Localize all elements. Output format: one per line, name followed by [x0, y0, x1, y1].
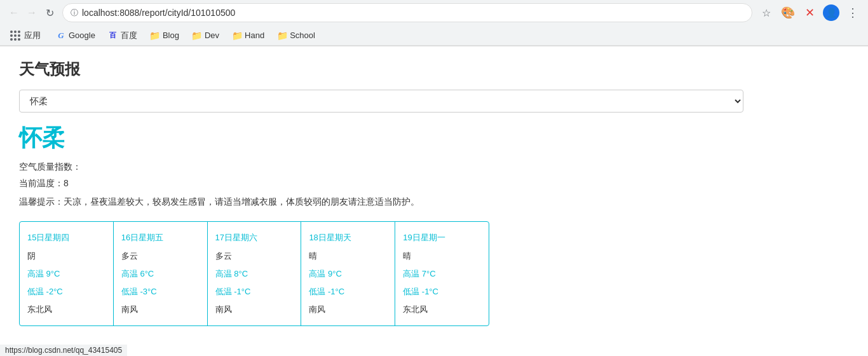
- bookmarks-bar: 应用 G Google 百 百度 📁 Blog 📁 Dev 📁 Hand 📁 S…: [0, 25, 868, 46]
- bookmark-google-label: Google: [69, 31, 95, 40]
- folder-blog-icon: 📁: [150, 31, 160, 41]
- card-wind-3: 南风: [309, 304, 387, 315]
- card-wind-4: 东北风: [403, 304, 481, 315]
- card-low-3: 低温 -1°C: [309, 286, 387, 298]
- bookmark-hand[interactable]: 📁 Hand: [227, 29, 269, 43]
- page-content: 天气预报 怀柔 怀柔 空气质量指数： 当前温度：8 温馨提示：天凉，昼夜温差较大…: [0, 46, 763, 339]
- card-low-0: 低温 -2°C: [27, 286, 105, 298]
- apps-grid-icon: [10, 31, 20, 41]
- current-temp-label: 当前温度：: [19, 178, 64, 188]
- weather-card: 17日星期六 多云 高温 8°C 低温 -1°C 南风: [208, 222, 302, 325]
- star-button[interactable]: ☆: [757, 4, 775, 22]
- card-condition-4: 晴: [403, 250, 481, 262]
- temp-tip-text: 天凉，昼夜温差较大，较易发生感冒，请适当增减衣服，体质较弱的朋友请注意适当防护。: [64, 196, 419, 207]
- card-wind-0: 东北风: [27, 304, 105, 315]
- card-low-1: 低温 -3°C: [121, 286, 200, 298]
- air-quality-label: 空气质量指数：: [19, 161, 81, 172]
- weather-card: 15日星期四 阴 高温 9°C 低温 -2°C 东北风: [20, 222, 114, 325]
- toolbar-actions: ☆ 🎨 ✕ 👤 ⋮: [757, 4, 862, 22]
- bookmark-school[interactable]: 📁 School: [272, 29, 320, 43]
- card-condition-2: 多云: [215, 250, 294, 262]
- bookmark-blog-label: Blog: [163, 31, 179, 40]
- forward-button[interactable]: →: [24, 5, 39, 20]
- folder-school-icon: 📁: [277, 31, 287, 41]
- city-select[interactable]: 怀柔: [19, 90, 743, 113]
- card-high-4: 高温 7°C: [403, 268, 481, 280]
- card-wind-1: 南风: [121, 304, 200, 315]
- card-condition-1: 多云: [121, 250, 200, 262]
- temp-tip: 温馨提示：天凉，昼夜温差较大，较易发生感冒，请适当增减衣服，体质较弱的朋友请注意…: [19, 195, 743, 209]
- card-low-4: 低温 -1°C: [403, 286, 481, 298]
- back-button[interactable]: ←: [6, 5, 22, 20]
- folder-hand-icon: 📁: [232, 31, 242, 41]
- bookmark-dev[interactable]: 📁 Dev: [187, 29, 224, 43]
- card-date-1: 16日星期五: [121, 232, 200, 243]
- profile-avatar: 👤: [823, 4, 839, 21]
- bookmark-apps[interactable]: 应用: [6, 28, 44, 43]
- nav-buttons: ← → ↻: [6, 5, 57, 20]
- refresh-button[interactable]: ↻: [42, 5, 57, 20]
- temp-tip-label: 温馨提示：: [19, 196, 64, 207]
- page-title: 天气预报: [19, 59, 743, 79]
- baidu-favicon: 百: [108, 31, 118, 41]
- weather-card: 16日星期五 多云 高温 6°C 低温 -3°C 南风: [114, 222, 208, 325]
- extension-colorful-icon[interactable]: 🎨: [779, 4, 797, 22]
- bookmark-blog[interactable]: 📁 Blog: [145, 29, 184, 43]
- card-high-3: 高温 9°C: [309, 268, 387, 280]
- menu-button[interactable]: ⋮: [844, 4, 862, 22]
- google-favicon: G: [56, 31, 66, 41]
- air-quality-line: 空气质量指数：: [19, 161, 743, 173]
- profile-icon[interactable]: 👤: [822, 4, 840, 22]
- card-date-4: 19日星期一: [403, 232, 481, 243]
- card-low-2: 低温 -1°C: [215, 286, 294, 298]
- bookmark-hand-label: Hand: [245, 31, 264, 40]
- bookmark-school-label: School: [290, 31, 315, 40]
- apps-label: 应用: [24, 30, 41, 41]
- card-condition-3: 晴: [309, 250, 387, 262]
- url-text: localhost:8088/report/cityId/101010500: [82, 8, 744, 18]
- extension-red-icon[interactable]: ✕: [801, 4, 818, 22]
- current-temp-value: 8: [64, 178, 69, 188]
- card-wind-2: 南风: [215, 304, 294, 315]
- browser-chrome: ← → ↻ ⓘ localhost:8088/report/cityId/101…: [0, 0, 868, 46]
- address-bar[interactable]: ⓘ localhost:8088/report/cityId/101010500: [62, 3, 752, 22]
- card-high-2: 高温 8°C: [215, 268, 294, 280]
- folder-dev-icon: 📁: [192, 31, 202, 41]
- city-name: 怀柔: [19, 123, 743, 154]
- bookmark-google[interactable]: G Google: [51, 29, 100, 43]
- browser-toolbar: ← → ↻ ⓘ localhost:8088/report/cityId/101…: [0, 0, 868, 25]
- bookmark-baidu[interactable]: 百 百度: [103, 28, 142, 43]
- card-date-3: 18日星期天: [309, 232, 387, 243]
- card-date-2: 17日星期六: [215, 232, 294, 243]
- weather-grid: 15日星期四 阴 高温 9°C 低温 -2°C 东北风 16日星期五 多云 高温…: [19, 221, 489, 325]
- card-condition-0: 阴: [27, 250, 105, 262]
- weather-card: 19日星期一 晴 高温 7°C 低温 -1°C 东北风: [395, 222, 489, 325]
- bookmark-baidu-label: 百度: [121, 30, 137, 41]
- current-temp-line: 当前温度：8: [19, 178, 743, 189]
- card-date-0: 15日星期四: [27, 232, 105, 243]
- bookmark-dev-label: Dev: [205, 31, 219, 40]
- card-high-0: 高温 9°C: [27, 268, 105, 280]
- lock-icon: ⓘ: [71, 8, 78, 18]
- card-high-1: 高温 6°C: [121, 268, 200, 280]
- weather-card: 18日星期天 晴 高温 9°C 低温 -1°C 南风: [301, 222, 395, 325]
